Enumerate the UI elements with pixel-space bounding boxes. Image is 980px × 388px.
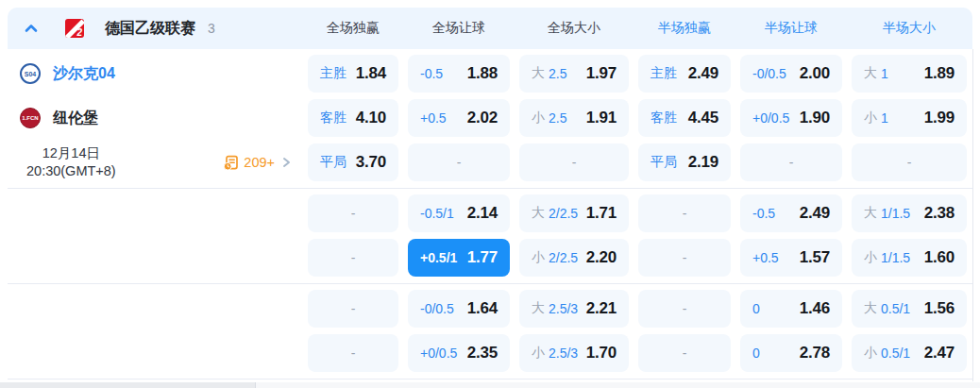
table-right-border xyxy=(972,49,973,381)
league-logo-icon: 2 xyxy=(65,19,84,38)
odds-value: 1.60 xyxy=(924,248,955,267)
odds-cell[interactable]: 01.46 xyxy=(740,290,842,328)
away-team-badge-icon: 1.FCN xyxy=(20,108,41,128)
odds-cell[interactable]: 小11.99 xyxy=(852,99,967,137)
odds-cell[interactable]: 小2.5/31.70 xyxy=(519,334,629,372)
odds-label: 客胜 xyxy=(651,110,677,127)
odds-cell: - xyxy=(519,143,629,181)
odds-placeholder: - xyxy=(789,155,794,170)
odds-value: 1.84 xyxy=(356,64,386,83)
match-info-cell xyxy=(8,334,298,372)
odds-cell[interactable]: 客胜4.10 xyxy=(308,99,398,137)
odds-cell: - xyxy=(308,239,398,277)
column-header-full-handicap: 全场让球 xyxy=(408,20,510,37)
odds-cell: - xyxy=(308,334,398,372)
match-info-cell xyxy=(8,239,298,277)
odds-value: 2.21 xyxy=(586,299,617,318)
odds-value: 1.71 xyxy=(586,204,617,223)
odds-value: 2.38 xyxy=(924,204,955,223)
odds-cell[interactable]: -0.5/12.14 xyxy=(408,194,510,232)
odds-cell[interactable]: 客胜4.45 xyxy=(638,99,731,137)
odds-cell: - xyxy=(308,290,398,328)
odds-value: 1.46 xyxy=(800,299,830,318)
odds-value: 2.14 xyxy=(467,204,498,223)
odds-cell[interactable]: +0/0.51.90 xyxy=(740,99,842,137)
odds-value: 2.02 xyxy=(467,109,498,127)
odds-group: --0.5/12.14大2/2.51.71--0.52.49大1/1.52.38… xyxy=(8,189,972,283)
odds-cell[interactable]: 大2.5/32.21 xyxy=(519,290,629,328)
odds-cell[interactable]: 大1/1.52.38 xyxy=(852,194,967,232)
away-team-name[interactable]: 纽伦堡 xyxy=(53,109,98,128)
over-under-line: 1 xyxy=(881,66,888,81)
collapse-button[interactable] xyxy=(20,17,42,40)
odds-cell[interactable]: 小0.5/12.47 xyxy=(852,334,967,372)
odds-cell[interactable]: 大0.5/11.56 xyxy=(852,290,967,328)
odds-placeholder: - xyxy=(351,206,356,221)
odds-cell[interactable]: 小2.51.91 xyxy=(519,99,629,137)
more-markets-count: 209+ xyxy=(244,155,275,170)
odds-cell[interactable]: -0.52.49 xyxy=(740,194,842,232)
match-info-cell xyxy=(8,290,298,328)
over-under-prefix: 大 xyxy=(532,205,545,222)
over-under-prefix: 大 xyxy=(532,65,545,82)
odds-label: -0/0.5 xyxy=(752,66,786,81)
next-section-edge xyxy=(0,382,980,388)
odds-value: 1.88 xyxy=(467,64,498,83)
over-under-line: 2.5/3 xyxy=(549,301,578,316)
odds-cell-selected[interactable]: +0.5/11.77 xyxy=(408,239,510,277)
odds-cell[interactable]: +0.51.57 xyxy=(740,239,842,277)
more-markets-link[interactable]: 209+ xyxy=(223,155,293,171)
over-under-line: 0.5/1 xyxy=(881,301,910,316)
odds-value: 1.97 xyxy=(586,64,617,83)
odds-group: --0/0.51.64大2.5/32.21-01.46大0.5/11.56-+0… xyxy=(8,284,972,379)
over-under-line: 2/2.5 xyxy=(549,250,578,265)
odds-label: 0 xyxy=(752,346,760,361)
league-match-count: 3 xyxy=(208,21,215,36)
league-card: 2 德国乙级联赛 3 全场独赢 全场让球 全场大小 半场独赢 半场让球 半场大小… xyxy=(8,8,972,380)
odds-cell[interactable]: 主胜1.84 xyxy=(308,55,398,93)
odds-cell: - xyxy=(408,143,510,181)
odds-row: -+0/0.52.35小2.5/31.70-02.78小0.5/12.47 xyxy=(8,334,972,372)
odds-cell[interactable]: 平局3.70 xyxy=(308,143,398,181)
odds-label: +0/0.5 xyxy=(420,346,457,361)
over-under-line: 0.5/1 xyxy=(881,346,910,361)
column-header-full-1x2: 全场独赢 xyxy=(308,20,398,37)
odds-value: 1.77 xyxy=(467,248,498,267)
odds-value: 1.89 xyxy=(924,64,955,83)
over-under-prefix: 小 xyxy=(864,345,877,362)
odds-cell: - xyxy=(638,290,731,328)
odds-cell[interactable]: 大2.51.97 xyxy=(519,55,629,93)
odds-label: 平局 xyxy=(320,154,346,171)
odds-cell[interactable]: 大2/2.51.71 xyxy=(519,194,629,232)
odds-label: -0/0.5 xyxy=(420,301,454,316)
odds-group: S04沙尔克04主胜1.84-0.51.88大2.51.97主胜2.49-0/0… xyxy=(8,49,972,188)
odds-cell[interactable]: +0.52.02 xyxy=(408,99,510,137)
odds-cell[interactable]: -0/0.52.00 xyxy=(740,55,842,93)
odds-value: 4.10 xyxy=(356,109,386,127)
odds-cell[interactable]: 小2/2.52.20 xyxy=(519,239,629,277)
odds-cell[interactable]: 主胜2.49 xyxy=(638,55,731,93)
over-under-line: 2.5 xyxy=(549,66,566,81)
odds-cell[interactable]: 小1/1.51.60 xyxy=(852,239,967,277)
odds-label: +0.5 xyxy=(420,110,447,126)
odds-label: 客胜 xyxy=(320,110,346,127)
over-under-prefix: 大 xyxy=(864,300,877,317)
over-under-prefix: 大 xyxy=(532,300,545,317)
home-team-name[interactable]: 沙尔克04 xyxy=(53,64,115,84)
odds-cell[interactable]: +0/0.52.35 xyxy=(408,334,510,372)
odds-cell[interactable]: 平局2.19 xyxy=(638,143,731,181)
over-under-prefix: 小 xyxy=(532,345,545,362)
odds-value: 3.70 xyxy=(356,153,386,172)
odds-cell[interactable]: 02.78 xyxy=(740,334,842,372)
odds-cell[interactable]: 大11.89 xyxy=(852,55,967,93)
over-under-line: 1/1.5 xyxy=(881,250,910,265)
odds-label: -0.5 xyxy=(420,66,443,81)
league-title: 德国乙级联赛 xyxy=(105,19,195,39)
odds-value: 1.70 xyxy=(586,344,617,363)
match-time: 20:30(GMT+8) xyxy=(26,162,116,180)
odds-cell[interactable]: -0.51.88 xyxy=(408,55,510,93)
odds-label: +0.5 xyxy=(752,250,779,265)
odds-row: 12月14日20:30(GMT+8)209+平局3.70--平局2.19-- xyxy=(8,143,972,181)
odds-value: 4.45 xyxy=(688,109,718,127)
odds-cell[interactable]: -0/0.51.64 xyxy=(408,290,510,328)
